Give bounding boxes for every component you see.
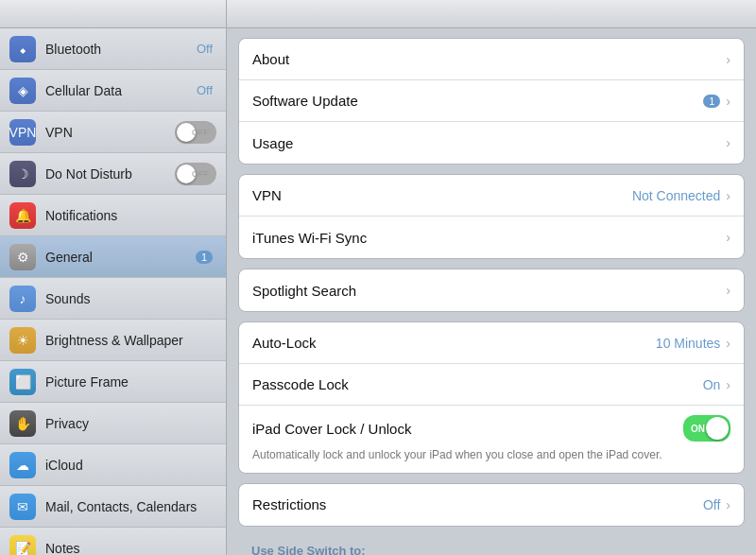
detail-label-vpn: VPN <box>252 187 632 203</box>
sidebar-item-pictureframe[interactable]: ⬜Picture Frame <box>0 361 226 403</box>
toggle-ipad-cover[interactable]: ON <box>683 415 730 442</box>
detail-label-passcode-lock: Passcode Lock <box>252 376 703 392</box>
mail-icon: ✉ <box>9 494 36 520</box>
sidebar-item-general[interactable]: ⚙General1 <box>0 236 226 278</box>
detail-value-vpn: Not Connected <box>632 188 720 203</box>
sidebar-item-sounds[interactable]: ♪Sounds <box>0 278 226 320</box>
sidebar-label-brightness: Brightness & Wallpaper <box>45 333 216 348</box>
sidebar-label-dnd: Do Not Disturb <box>45 166 175 182</box>
sidebar: ⬥BluetoothOff◈Cellular DataOffVPNVPN☽Do … <box>0 28 227 555</box>
privacy-icon: ✋ <box>9 410 36 437</box>
sounds-icon: ♪ <box>9 286 36 312</box>
sidebar-label-privacy: Privacy <box>45 416 216 431</box>
toggle-dnd[interactable] <box>175 163 216 185</box>
brightness-icon: ☀ <box>9 327 36 354</box>
chevron-icon-vpn: › <box>726 188 730 203</box>
sidebar-item-privacy[interactable]: ✋Privacy <box>0 403 226 444</box>
detail-badge-software-update: 1 <box>703 95 720 108</box>
toggle-vpn[interactable] <box>175 121 216 144</box>
detail-label-itunes-wifi: iTunes Wi-Fi Sync <box>252 230 726 246</box>
detail-pane: About›Software Update1›Usage›VPNNot Conn… <box>227 28 756 555</box>
toggle-on-text: ON <box>691 424 705 434</box>
sidebar-badge-general: 1 <box>196 251 213 264</box>
detail-label-usage: Usage <box>252 135 726 151</box>
sidebar-label-notes: Notes <box>45 541 216 556</box>
chevron-icon-restrictions: › <box>726 497 730 512</box>
sidebar-item-brightness[interactable]: ☀Brightness & Wallpaper <box>0 320 226 361</box>
cellular-icon: ◈ <box>9 78 36 104</box>
sidebar-item-dnd[interactable]: ☽Do Not Disturb <box>0 153 226 195</box>
detail-title <box>227 0 756 27</box>
sidebar-item-notifications[interactable]: 🔔Notifications <box>0 195 226 236</box>
sidebar-item-icloud[interactable]: ☁iCloud <box>0 444 226 486</box>
toggle-knob-dnd <box>177 165 196 183</box>
sidebar-value-bluetooth: Off <box>197 42 213 56</box>
toggle-on-knob <box>706 417 729 440</box>
chevron-icon-spotlight: › <box>726 283 730 298</box>
detail-label-ipad-cover: iPad Cover Lock / Unlock <box>252 421 683 437</box>
sidebar-item-mail[interactable]: ✉Mail, Contacts, Calendars <box>0 486 226 528</box>
detail-row-ipad-cover[interactable]: iPad Cover Lock / UnlockONAutomatically … <box>239 406 744 473</box>
bluetooth-icon: ⬥ <box>9 36 36 62</box>
sidebar-item-cellular[interactable]: ◈Cellular DataOff <box>0 70 226 112</box>
dnd-icon: ☽ <box>9 161 36 187</box>
chevron-icon-passcode-lock: › <box>726 377 730 392</box>
detail-row-restrictions[interactable]: RestrictionsOff› <box>239 484 744 526</box>
detail-group-group1: About›Software Update1›Usage› <box>238 38 745 165</box>
section-header-side-switch: Use Side Switch to: <box>238 536 745 555</box>
detail-label-restrictions: Restrictions <box>252 496 703 512</box>
detail-group-group4: Auto-Lock10 Minutes›Passcode LockOn›iPad… <box>238 321 745 474</box>
general-icon: ⚙ <box>9 244 36 270</box>
toggle-knob-vpn <box>177 123 196 142</box>
notes-icon: 📝 <box>9 535 36 556</box>
chevron-icon-about: › <box>726 52 730 67</box>
sidebar-value-cellular: Off <box>197 83 213 97</box>
detail-row-usage[interactable]: Usage› <box>239 122 744 164</box>
sidebar-label-pictureframe: Picture Frame <box>45 374 216 390</box>
sidebar-label-cellular: Cellular Data <box>45 83 197 98</box>
detail-value-auto-lock: 10 Minutes <box>656 336 720 351</box>
title-bar <box>0 0 756 28</box>
detail-row-about[interactable]: About› <box>239 39 744 80</box>
chevron-icon-auto-lock: › <box>726 336 730 351</box>
sidebar-label-bluetooth: Bluetooth <box>45 42 197 57</box>
sidebar-item-bluetooth[interactable]: ⬥BluetoothOff <box>0 28 226 70</box>
detail-value-passcode-lock: On <box>703 377 721 392</box>
ipad-cover-top: iPad Cover Lock / UnlockON <box>252 415 730 442</box>
detail-label-spotlight: Spotlight Search <box>252 283 726 299</box>
main-content: ⬥BluetoothOff◈Cellular DataOffVPNVPN☽Do … <box>0 28 756 555</box>
detail-row-auto-lock[interactable]: Auto-Lock10 Minutes› <box>239 322 744 364</box>
sidebar-label-icloud: iCloud <box>45 458 216 473</box>
detail-row-passcode-lock[interactable]: Passcode LockOn› <box>239 364 744 406</box>
chevron-icon-usage: › <box>726 135 730 150</box>
sidebar-label-mail: Mail, Contacts, Calendars <box>45 499 216 514</box>
detail-label-about: About <box>252 51 726 67</box>
detail-row-itunes-wifi[interactable]: iTunes Wi-Fi Sync› <box>239 217 744 258</box>
detail-group-group5: RestrictionsOff› <box>238 483 745 527</box>
detail-value-restrictions: Off <box>703 497 720 512</box>
detail-row-software-update[interactable]: Software Update1› <box>239 80 744 122</box>
detail-group-group3: Spotlight Search› <box>238 269 745 312</box>
detail-row-spotlight[interactable]: Spotlight Search› <box>239 269 744 311</box>
notifications-icon: 🔔 <box>9 202 36 229</box>
detail-row-vpn[interactable]: VPNNot Connected› <box>239 175 744 217</box>
chevron-icon-itunes-wifi: › <box>726 230 730 245</box>
ipad-cover-desc: Automatically lock and unlock your iPad … <box>252 447 730 463</box>
icloud-icon: ☁ <box>9 452 36 478</box>
sidebar-item-vpn[interactable]: VPNVPN <box>0 112 226 153</box>
detail-label-software-update: Software Update <box>252 93 703 109</box>
sidebar-label-general: General <box>45 250 196 265</box>
detail-group-group2: VPNNot Connected›iTunes Wi-Fi Sync› <box>238 174 745 259</box>
chevron-icon-software-update: › <box>726 94 730 109</box>
sidebar-label-notifications: Notifications <box>45 208 216 223</box>
sidebar-label-sounds: Sounds <box>45 291 216 306</box>
vpn-icon: VPN <box>9 119 36 146</box>
pictureframe-icon: ⬜ <box>9 369 36 395</box>
detail-label-auto-lock: Auto-Lock <box>252 335 656 351</box>
sidebar-title <box>0 0 227 27</box>
sidebar-item-notes[interactable]: 📝Notes <box>0 528 226 555</box>
sidebar-label-vpn: VPN <box>45 125 175 140</box>
